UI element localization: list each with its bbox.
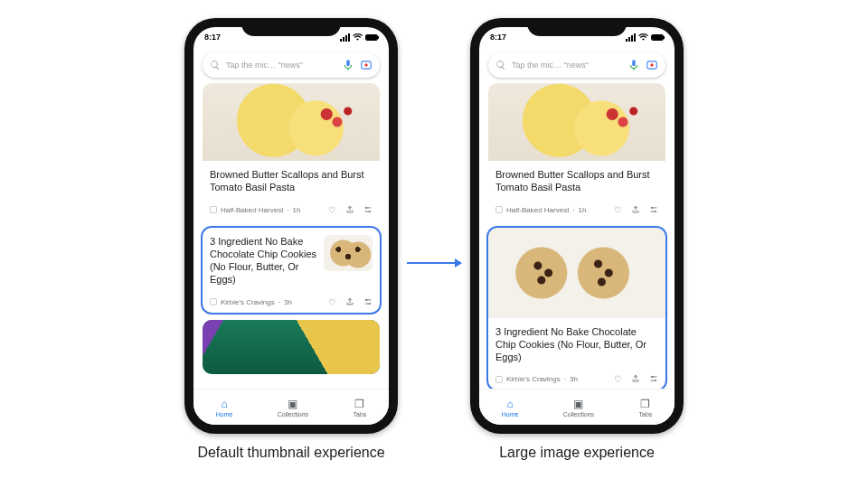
card-title: 3 Ingredient No Bake Chocolate Chip Cook… xyxy=(210,235,316,286)
svg-point-7 xyxy=(650,63,654,67)
card-age: 3h xyxy=(570,375,578,383)
source-name: Kirbie's Cravings xyxy=(221,298,275,306)
card-image-cookies xyxy=(488,228,665,318)
source-favicon xyxy=(210,298,217,305)
svg-point-3 xyxy=(369,211,371,212)
collections-icon: ▣ xyxy=(288,398,297,410)
home-icon: ⌂ xyxy=(221,398,227,410)
nav-label: Collections xyxy=(563,411,594,418)
mic-icon[interactable] xyxy=(342,59,354,71)
signal-icon xyxy=(340,33,350,42)
lens-icon[interactable] xyxy=(646,59,658,71)
nav-label: Tabs xyxy=(353,411,366,418)
source-favicon xyxy=(210,206,217,213)
screen-left: 8:17 Tap the mic… "news" xyxy=(193,27,389,425)
nav-collections[interactable]: ▣Collections xyxy=(563,398,594,418)
battery-icon xyxy=(365,34,378,41)
nav-label: Tabs xyxy=(638,411,652,418)
svg-point-9 xyxy=(655,211,656,212)
collections-icon: ▣ xyxy=(573,398,583,410)
source-favicon xyxy=(495,206,503,213)
source-favicon xyxy=(495,376,503,383)
card-age: 3h xyxy=(284,298,292,306)
battery-icon xyxy=(651,34,664,41)
caption-left: Default thumbnail experience xyxy=(197,445,384,461)
card-age: 1h xyxy=(293,206,301,214)
status-time: 8:17 xyxy=(490,33,506,42)
tune-icon[interactable] xyxy=(363,297,373,307)
search-placeholder: Tap the mic… "news" xyxy=(512,61,622,70)
mic-icon[interactable] xyxy=(627,59,640,71)
phone-frame-right: 8:17 Tap the mic… "news" xyxy=(470,18,684,434)
arrow-icon xyxy=(407,262,461,264)
svg-point-1 xyxy=(364,63,368,67)
tune-icon[interactable] xyxy=(649,205,658,215)
tabs-icon: ❐ xyxy=(354,398,364,410)
notch xyxy=(527,18,627,36)
tabs-icon: ❐ xyxy=(640,398,650,410)
nav-label: Home xyxy=(502,411,519,418)
source-name: Half-Baked Harvest xyxy=(221,206,283,214)
nav-tabs[interactable]: ❐Tabs xyxy=(353,398,366,418)
tune-icon[interactable] xyxy=(363,205,373,215)
card-age: 1h xyxy=(579,206,587,214)
wifi-icon xyxy=(638,33,648,41)
nav-home[interactable]: ⌂Home xyxy=(216,398,233,418)
phone-frame-left: 8:17 Tap the mic… "news" xyxy=(184,18,398,434)
heart-icon[interactable]: ♡ xyxy=(328,297,336,307)
card-cookies-thumb[interactable]: 3 Ingredient No Bake Chocolate Chip Cook… xyxy=(203,228,380,313)
nav-collections[interactable]: ▣Collections xyxy=(278,398,308,418)
wifi-icon xyxy=(353,33,363,41)
caption-right: Large image experience xyxy=(499,445,655,461)
heart-icon[interactable]: ♡ xyxy=(614,374,622,384)
card-title: Browned Butter Scallops and Burst Tomato… xyxy=(495,168,658,194)
card-image-pasta xyxy=(488,83,665,161)
card-image-next xyxy=(203,320,380,374)
svg-point-5 xyxy=(369,303,371,305)
share-icon[interactable] xyxy=(345,297,354,307)
share-icon[interactable] xyxy=(631,205,640,215)
card-pasta[interactable]: Browned Butter Scallops and Burst Tomato… xyxy=(488,83,665,221)
card-image-pasta xyxy=(203,83,380,161)
share-icon[interactable] xyxy=(631,374,640,384)
svg-point-8 xyxy=(652,207,654,209)
feed: Browned Butter Scallops and Burst Tomato… xyxy=(193,83,389,389)
share-icon[interactable] xyxy=(345,205,354,215)
bottom-nav: ⌂Home ▣Collections ❐Tabs xyxy=(193,389,389,425)
comparison-stage: 8:17 Tap the mic… "news" xyxy=(0,0,868,461)
search-bar[interactable]: Tap the mic… "news" xyxy=(203,52,380,78)
svg-point-11 xyxy=(655,380,656,382)
home-icon: ⌂ xyxy=(506,398,513,410)
heart-icon[interactable]: ♡ xyxy=(614,205,622,215)
svg-point-2 xyxy=(366,207,368,209)
search-icon xyxy=(210,60,221,70)
bottom-nav: ⌂Home ▣Collections ❐Tabs xyxy=(479,389,675,425)
card-title: 3 Ingredient No Bake Chocolate Chip Cook… xyxy=(495,325,658,364)
signal-icon xyxy=(626,33,636,42)
right-column: 8:17 Tap the mic… "news" xyxy=(470,18,684,461)
nav-home[interactable]: ⌂Home xyxy=(502,398,519,418)
screen-right: 8:17 Tap the mic… "news" xyxy=(479,27,675,425)
lens-icon[interactable] xyxy=(360,59,373,71)
source-name: Half-Baked Harvest xyxy=(506,206,569,214)
card-cookies-large[interactable]: 3 Ingredient No Bake Chocolate Chip Cook… xyxy=(488,228,665,389)
svg-point-4 xyxy=(366,299,368,301)
status-time: 8:17 xyxy=(204,33,221,42)
nav-label: Home xyxy=(216,411,233,418)
feed: Browned Butter Scallops and Burst Tomato… xyxy=(479,83,675,389)
svg-point-10 xyxy=(652,377,654,379)
search-placeholder: Tap the mic… "news" xyxy=(226,61,336,70)
heart-icon[interactable]: ♡ xyxy=(328,205,336,215)
nav-tabs[interactable]: ❐Tabs xyxy=(638,398,652,418)
left-column: 8:17 Tap the mic… "news" xyxy=(184,18,398,461)
tune-icon[interactable] xyxy=(649,374,658,384)
card-pasta[interactable]: Browned Butter Scallops and Burst Tomato… xyxy=(203,83,380,221)
search-icon xyxy=(495,60,506,70)
search-bar[interactable]: Tap the mic… "news" xyxy=(488,52,665,78)
notch xyxy=(241,18,341,36)
card-title: Browned Butter Scallops and Burst Tomato… xyxy=(210,168,373,194)
card-next[interactable] xyxy=(203,320,380,374)
nav-label: Collections xyxy=(278,411,308,418)
source-name: Kirbie's Cravings xyxy=(506,375,561,383)
card-thumb-cookies xyxy=(324,235,373,271)
